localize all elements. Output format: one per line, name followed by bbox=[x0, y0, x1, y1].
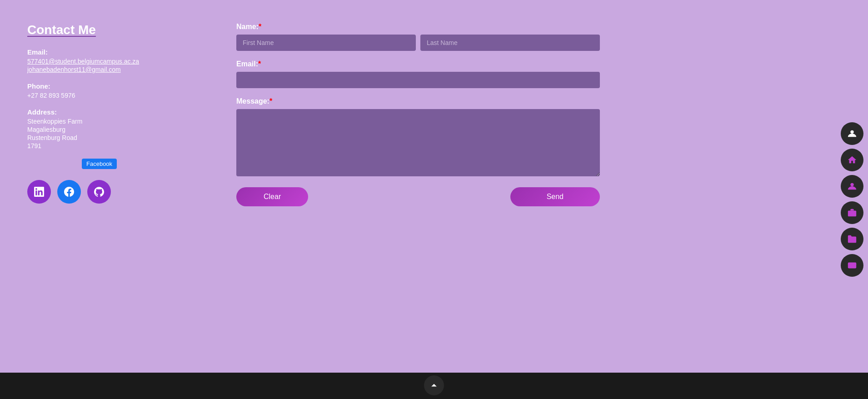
address-label: Address: bbox=[27, 108, 200, 116]
message-group: Message:* bbox=[236, 97, 600, 178]
phone-section: Phone: +27 82 893 5976 bbox=[27, 82, 200, 99]
email-input[interactable] bbox=[236, 72, 600, 88]
linkedin-button[interactable] bbox=[27, 180, 51, 204]
address-line4: 1791 bbox=[27, 142, 200, 150]
email-2[interactable]: johanebadenhorst11@gmail.com bbox=[27, 66, 200, 73]
svg-point-0 bbox=[850, 130, 853, 134]
address-line3: Rustenburg Road bbox=[27, 134, 200, 141]
social-icons bbox=[27, 180, 200, 204]
name-label: Name:* bbox=[236, 23, 600, 31]
email-1[interactable]: 577401@student.belgiumcampus.ac.za bbox=[27, 58, 200, 65]
message-label: Message:* bbox=[236, 97, 600, 105]
address-section: Address: Steenkoppies Farm Magaliesburg … bbox=[27, 108, 200, 150]
nav-user-button[interactable] bbox=[841, 175, 863, 198]
email-form-label: Email:* bbox=[236, 60, 600, 68]
left-column: Contact Me Email: 577401@student.belgium… bbox=[27, 23, 200, 354]
address-line2: Magaliesburg bbox=[27, 126, 200, 133]
facebook-tooltip: Facebook bbox=[82, 159, 117, 169]
github-button[interactable] bbox=[87, 180, 111, 204]
phone-value: +27 82 893 5976 bbox=[27, 92, 200, 99]
sidebar-nav bbox=[836, 118, 868, 281]
first-name-input[interactable] bbox=[236, 35, 416, 51]
bottom-bar bbox=[0, 373, 868, 398]
scroll-up-button[interactable] bbox=[424, 375, 444, 395]
phone-label: Phone: bbox=[27, 82, 200, 90]
name-group: Name:* bbox=[236, 23, 600, 51]
svg-rect-3 bbox=[848, 263, 856, 269]
clear-button[interactable]: Clear bbox=[236, 187, 308, 206]
last-name-input[interactable] bbox=[420, 35, 600, 51]
svg-point-1 bbox=[850, 183, 853, 186]
email-group: Email:* bbox=[236, 60, 600, 88]
nav-profile-button[interactable] bbox=[841, 122, 863, 145]
send-button[interactable]: Send bbox=[510, 187, 600, 206]
form-buttons: Clear Send bbox=[236, 187, 600, 206]
email-section: Email: 577401@student.belgiumcampus.ac.z… bbox=[27, 48, 200, 73]
svg-rect-2 bbox=[848, 210, 856, 216]
page-title: Contact Me bbox=[27, 23, 200, 37]
name-fields bbox=[236, 35, 600, 51]
email-label: Email: bbox=[27, 48, 200, 56]
nav-folder-button[interactable] bbox=[841, 228, 863, 250]
nav-home-button[interactable] bbox=[841, 149, 863, 171]
contact-form: Name:* Email:* Message:* Clear Send bbox=[236, 23, 600, 354]
nav-briefcase-button[interactable] bbox=[841, 201, 863, 224]
message-textarea[interactable] bbox=[236, 109, 600, 176]
facebook-button[interactable] bbox=[57, 180, 81, 204]
address-line1: Steenkoppies Farm bbox=[27, 118, 200, 125]
nav-card-button[interactable] bbox=[841, 254, 863, 277]
